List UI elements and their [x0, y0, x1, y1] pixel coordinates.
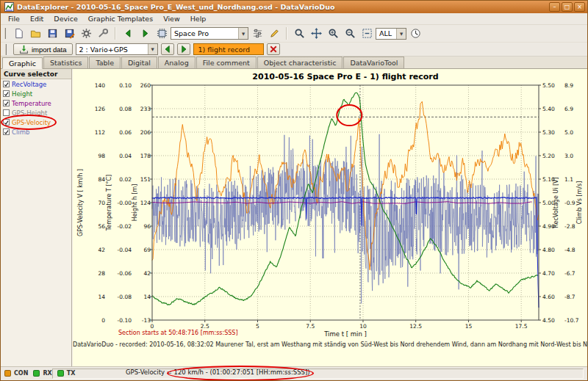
tab-datavariotool[interactable]: DataVarioTool — [343, 57, 404, 68]
svg-text:233: 233 — [140, 106, 151, 112]
delete-record-button[interactable] — [267, 43, 280, 55]
record-name-field[interactable]: 1) flight record — [193, 43, 264, 55]
dropdown-arrow-icon: ▼ — [238, 28, 248, 39]
svg-text:260: 260 — [140, 82, 151, 89]
svg-text:RecVoltage Ui [V]: RecVoltage Ui [V] — [553, 177, 559, 228]
channel-combo[interactable]: 2 : Vario+GPS ▼ — [76, 43, 158, 55]
svg-text:-10.7: -10.7 — [564, 317, 579, 324]
next-device-button[interactable] — [137, 26, 153, 41]
curve-label-climb: Climb — [12, 128, 29, 136]
checkbox-climb[interactable] — [3, 128, 10, 135]
minimize-button[interactable]: – — [549, 2, 560, 12]
zoom-out-icon — [345, 28, 356, 39]
svg-text:14: 14 — [143, 294, 151, 300]
svg-text:-0.02: -0.02 — [118, 223, 132, 230]
close-button[interactable]: × — [574, 2, 585, 12]
save-as-button[interactable] — [61, 26, 77, 41]
next-record-button[interactable] — [177, 43, 190, 55]
curve-item-climb[interactable]: Climb — [1, 127, 71, 137]
svg-text:5.0: 5.0 — [564, 129, 573, 136]
save-button[interactable] — [44, 26, 60, 41]
svg-text:0.02: 0.02 — [119, 176, 132, 183]
fit-window-icon — [362, 28, 373, 39]
tab-file-comment[interactable]: File comment — [196, 57, 257, 68]
check-icon — [4, 120, 9, 126]
svg-text:42: 42 — [143, 270, 151, 277]
svg-text:14: 14 — [98, 294, 105, 300]
scale-all-select[interactable]: ALL ▼ — [376, 28, 406, 40]
menu-view[interactable]: View — [158, 14, 185, 23]
svg-text:70: 70 — [98, 200, 105, 206]
check-icon — [4, 129, 9, 135]
svg-text:-0.00: -0.00 — [118, 200, 132, 206]
time-sync-button[interactable] — [407, 26, 423, 41]
svg-text:7.5: 7.5 — [306, 323, 315, 330]
pan-button[interactable] — [308, 26, 324, 41]
svg-text:0: 0 — [101, 317, 105, 324]
tab-object-characteristic[interactable]: Object characteristic — [257, 57, 343, 68]
svg-text:10: 10 — [359, 323, 367, 330]
curve-item-gps-height[interactable]: GPS-Height — [1, 108, 71, 117]
fit-window-button[interactable] — [359, 26, 375, 41]
zoom-in-button[interactable] — [325, 26, 341, 41]
settings-button[interactable] — [78, 26, 94, 41]
svg-text:-0.04: -0.04 — [118, 247, 132, 253]
rx-indicator-label: RX — [43, 370, 51, 377]
open-file-button[interactable] — [27, 26, 43, 41]
import-data-button[interactable]: import data — [13, 43, 73, 55]
svg-text:2010-05-16 Space Pro E - 1) fl: 2010-05-16 Space Pro E - 1) flight recor… — [252, 72, 438, 81]
checkbox-height[interactable] — [3, 90, 10, 97]
svg-text:4.50: 4.50 — [542, 317, 555, 324]
svg-text:Height h [m]: Height h [m] — [132, 184, 138, 222]
svg-text:Time t [ min ]: Time t [ min ] — [323, 330, 367, 338]
status-bar: CON RX TX GPS-Velocity = 120 km/h - (01:… — [1, 366, 587, 380]
tab-analog[interactable]: Analog — [158, 57, 196, 68]
prev-device-button[interactable] — [120, 26, 136, 41]
import-data-icon — [19, 45, 29, 54]
record-toolbar: import data 2 : Vario+GPS ▼ 1) flight re… — [1, 43, 587, 57]
slider-settings-button[interactable] — [249, 26, 265, 41]
svg-text:206: 206 — [140, 129, 151, 136]
menu-file[interactable]: File — [3, 14, 25, 23]
curve-item-recvoltage[interactable]: RecVoltage — [1, 79, 71, 89]
channel-combo-value: 2 : Vario+GPS — [76, 46, 148, 54]
curve-label-gps-velocity: GPS-Velocity — [12, 119, 51, 126]
menu-device[interactable]: Device — [49, 14, 83, 23]
curve-item-height[interactable]: Height — [1, 89, 71, 98]
tab-statistics[interactable]: Statistics — [43, 57, 88, 68]
curve-item-gps-velocity[interactable]: GPS-Velocity — [1, 117, 71, 127]
magnifier-icon — [294, 28, 305, 39]
checkbox-gps-velocity[interactable] — [3, 119, 10, 126]
section-start-text: Section starts at 50:48:716 [mm:ss:SSS] — [118, 330, 238, 336]
prev-record-button[interactable] — [161, 43, 174, 55]
checkbox-temperature[interactable] — [3, 100, 10, 106]
flight-record-chart[interactable]: 02.557.51012.51517.5Time t [ min ]140126… — [73, 69, 588, 368]
svg-text:124: 124 — [140, 200, 151, 206]
device-settings-button[interactable] — [95, 26, 111, 41]
status-message: GPS-Velocity = 120 km/h - (01:00:27:051 … — [126, 369, 310, 376]
device-tool-button[interactable] — [154, 26, 170, 41]
tab-table[interactable]: Table — [89, 57, 121, 68]
maximize-button[interactable]: □ — [562, 2, 573, 12]
checkbox-recvoltage[interactable] — [3, 81, 10, 87]
menu-graphic-templates[interactable]: Graphic Templates — [83, 14, 158, 23]
chart-canvas[interactable]: 02.557.51012.51517.5Time t [ min ]140126… — [73, 69, 587, 366]
toolbar-separator — [286, 27, 287, 40]
menu-edit[interactable]: Edit — [25, 14, 49, 23]
curve-item-temperature[interactable]: Temperature — [1, 98, 71, 108]
toolbar-grip[interactable] — [4, 28, 7, 39]
tab-graphic[interactable]: Graphic — [2, 57, 43, 69]
tab-digital[interactable]: Digital — [121, 57, 157, 68]
svg-text:GPS-Velocity V [ km/h ]: GPS-Velocity V [ km/h ] — [77, 169, 84, 236]
zoom-window-button[interactable] — [291, 26, 307, 41]
new-file-icon — [13, 28, 24, 39]
new-file-button[interactable] — [10, 26, 26, 41]
menu-bar: File Edit Device Graphic Templates View … — [1, 13, 587, 25]
device-combo[interactable]: Space Pro ▼ — [171, 27, 248, 40]
edit-record-button[interactable] — [266, 26, 282, 41]
svg-text:151: 151 — [140, 176, 151, 183]
toolbar-grip[interactable] — [5, 44, 8, 55]
menu-help[interactable]: Help — [185, 14, 212, 23]
checkbox-gps-height[interactable] — [3, 109, 10, 116]
zoom-out-button[interactable] — [342, 26, 358, 41]
